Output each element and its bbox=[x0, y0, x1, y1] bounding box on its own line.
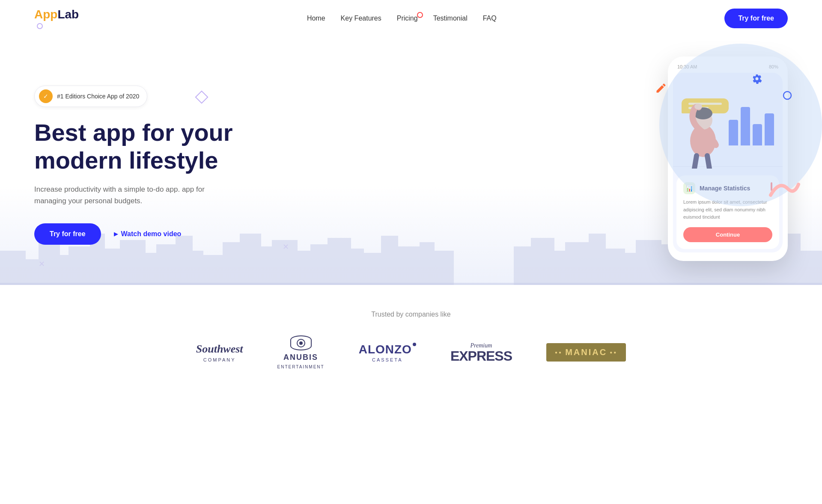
svg-rect-31 bbox=[514, 246, 533, 285]
maniac-text: MANIAC bbox=[565, 347, 607, 357]
svg-rect-11 bbox=[103, 249, 122, 285]
svg-rect-24 bbox=[328, 238, 351, 285]
trusted-heading: Trusted by companies like bbox=[34, 311, 788, 318]
nav-links: Home Key Features Pricing Testimonial FA… bbox=[307, 15, 497, 22]
try-free-button[interactable]: Try for free bbox=[34, 223, 101, 245]
badge-text: #1 Editiors Choice App of 2020 bbox=[57, 93, 139, 100]
nav-item-testimonial[interactable]: Testimonial bbox=[433, 15, 468, 22]
card-continue-button[interactable]: Continue bbox=[683, 227, 772, 242]
hero-content: ✓ #1 Editiors Choice App of 2020 Best ap… bbox=[34, 86, 233, 244]
maniac-logo: ●● MANIAC ●● bbox=[546, 343, 626, 362]
svg-rect-19 bbox=[240, 234, 261, 285]
company-logo-premium-express[interactable]: Premium EXPRESS bbox=[450, 342, 512, 363]
logo-app: App bbox=[34, 8, 57, 21]
nav-item-faq[interactable]: FAQ bbox=[483, 15, 497, 22]
premium-logo: Premium EXPRESS bbox=[450, 342, 512, 363]
nav-item-pricing[interactable]: Pricing bbox=[397, 15, 418, 22]
svg-rect-35 bbox=[589, 234, 606, 285]
hero-cta-group: Try for free Watch demo video bbox=[34, 223, 233, 245]
hero-title-line1: Best app for your bbox=[34, 119, 233, 146]
navbar: AppLab Home Key Features Pricing Testimo… bbox=[0, 0, 822, 37]
svg-rect-22 bbox=[295, 251, 313, 285]
svg-rect-14 bbox=[156, 244, 178, 285]
company-logo-maniac[interactable]: ●● MANIAC ●● bbox=[546, 343, 626, 362]
company-logo-southwest[interactable]: Southwest COMPANY bbox=[196, 343, 243, 362]
svg-rect-26 bbox=[362, 253, 383, 285]
svg-rect-34 bbox=[565, 242, 591, 285]
hero-description: Increase productivity with a simple to-d… bbox=[34, 184, 223, 207]
nav-item-home[interactable]: Home bbox=[307, 15, 325, 22]
svg-rect-9 bbox=[68, 246, 92, 285]
svg-rect-32 bbox=[531, 238, 554, 285]
svg-rect-18 bbox=[223, 242, 242, 285]
anubis-inner bbox=[299, 341, 303, 345]
demo-label: Watch demo video bbox=[121, 230, 182, 238]
trusted-section: Trusted by companies like Southwest COMP… bbox=[0, 285, 822, 386]
nav-item-key-features[interactable]: Key Features bbox=[341, 15, 381, 22]
svg-rect-28 bbox=[396, 246, 422, 285]
nav-cta-button[interactable]: Try for free bbox=[724, 9, 788, 28]
pricing-notification-dot bbox=[417, 12, 423, 18]
svg-rect-17 bbox=[201, 255, 225, 285]
svg-rect-13 bbox=[143, 253, 158, 285]
alonzo-sub: CASSETA bbox=[372, 357, 403, 362]
svg-rect-48 bbox=[0, 283, 822, 285]
float-icon-gear bbox=[752, 74, 762, 86]
svg-rect-38 bbox=[636, 240, 661, 285]
premium-bottom: EXPRESS bbox=[450, 349, 512, 363]
alonzo-text: ALONZO bbox=[359, 343, 412, 356]
anubis-pupil bbox=[297, 339, 305, 347]
svg-rect-36 bbox=[604, 249, 625, 285]
svg-rect-33 bbox=[552, 251, 567, 285]
svg-rect-30 bbox=[432, 251, 454, 285]
hero-title-line2: modern lifestyle bbox=[34, 147, 218, 174]
svg-rect-5 bbox=[0, 251, 26, 285]
alonzo-dot bbox=[413, 343, 416, 346]
float-icon-circle-blue bbox=[783, 91, 792, 102]
svg-rect-20 bbox=[259, 246, 274, 285]
anubis-name: ANUBIS bbox=[283, 353, 318, 362]
svg-rect-37 bbox=[623, 253, 638, 285]
anubis-sub: ENTERTAINMENT bbox=[277, 365, 325, 369]
svg-rect-6 bbox=[24, 259, 41, 285]
svg-rect-27 bbox=[381, 236, 398, 285]
maniac-bullet-left: ●● bbox=[555, 350, 563, 355]
float-icon-pencil bbox=[655, 82, 667, 96]
svg-point-0 bbox=[783, 92, 791, 99]
svg-rect-7 bbox=[39, 242, 60, 285]
alonzo-name-row: ALONZO bbox=[359, 343, 416, 356]
company-logo-anubis[interactable]: ANUBIS ENTERTAINMENT bbox=[277, 335, 325, 369]
badge: ✓ #1 Editiors Choice App of 2020 bbox=[34, 86, 147, 107]
southwest-sub-text: COMPANY bbox=[203, 357, 236, 362]
company-logos-row: Southwest COMPANY ANUBIS ENTERTAINMENT A… bbox=[34, 335, 788, 369]
svg-rect-12 bbox=[120, 240, 146, 285]
float-squiggle bbox=[766, 178, 801, 201]
logo-lab: Lab bbox=[57, 8, 79, 21]
watch-demo-button[interactable]: Watch demo video bbox=[114, 230, 182, 238]
southwest-logo-text: Southwest bbox=[196, 343, 243, 356]
hero-section: ✕ ✕ + ✓ #1 Editiors Choice App of 2020 B… bbox=[0, 37, 822, 285]
svg-rect-23 bbox=[310, 244, 330, 285]
hero-title: Best app for your modern lifestyle bbox=[34, 119, 233, 174]
phone-mockup-container: 10:30 AM 80% bbox=[668, 69, 788, 261]
company-logo-alonzo[interactable]: ALONZO CASSETA bbox=[359, 343, 416, 362]
svg-rect-47 bbox=[798, 251, 822, 285]
anubis-eye-icon bbox=[290, 335, 312, 350]
maniac-bullet-right: ●● bbox=[610, 350, 617, 355]
svg-rect-21 bbox=[272, 240, 298, 285]
logo[interactable]: AppLab bbox=[34, 8, 79, 29]
svg-rect-29 bbox=[420, 242, 435, 285]
svg-rect-25 bbox=[349, 249, 364, 285]
logo-decorative-circle bbox=[37, 23, 43, 29]
badge-icon: ✓ bbox=[39, 89, 53, 103]
